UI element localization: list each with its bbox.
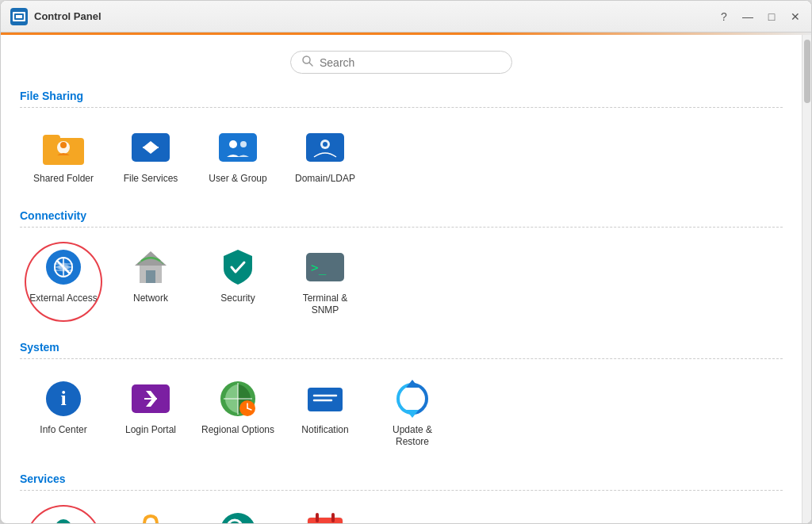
- item-external-access[interactable]: External Access: [20, 239, 107, 325]
- titlebar-left: Control Panel: [10, 8, 102, 25]
- shared-folder-icon: [43, 127, 84, 168]
- svg-rect-56: [308, 518, 343, 523]
- svg-text:i: i: [60, 387, 66, 410]
- shared-folder-label: Shared Folder: [33, 173, 94, 186]
- domain-ldap-label: Domain/LDAP: [295, 173, 355, 186]
- svg-text:>_: >_: [311, 260, 327, 275]
- regional-options-icon: [217, 378, 259, 419]
- window-title: Control Panel: [34, 10, 102, 22]
- titlebar-controls: ? — □ ✕: [718, 10, 802, 23]
- content-wrapper: File Sharing Shar: [1, 35, 811, 523]
- file-services-label: File Services: [124, 173, 178, 186]
- indexing-service-icon: [217, 510, 259, 523]
- item-login-portal[interactable]: Login Portal: [107, 370, 194, 457]
- item-shared-folder[interactable]: Shared Folder: [20, 119, 107, 193]
- svg-point-9: [60, 142, 67, 148]
- svg-point-47: [56, 519, 71, 523]
- section-title-system: System: [20, 341, 783, 354]
- divider-services: [20, 490, 783, 491]
- scrollbar-thumb[interactable]: [804, 40, 810, 103]
- item-indexing-service[interactable]: Indexing Service: [194, 502, 282, 523]
- item-file-services[interactable]: File Services: [107, 119, 194, 193]
- terminal-snmp-icon: >_: [304, 247, 346, 288]
- domain-ldap-icon: [304, 127, 346, 168]
- app-icon: [10, 8, 28, 25]
- notification-label: Notification: [301, 424, 348, 437]
- task-scheduler-icon: [304, 510, 346, 523]
- item-application-privileges[interactable]: Application Privileges: [107, 502, 194, 523]
- info-center-icon: i: [43, 378, 84, 419]
- external-access-icon: [43, 247, 84, 288]
- search-icon: [302, 55, 313, 69]
- section-title-services: Services: [20, 472, 783, 485]
- item-update-restore[interactable]: Update & Restore: [369, 370, 456, 457]
- divider-connectivity: [20, 227, 783, 228]
- icon-grid-system: i Info Center Logi: [20, 370, 783, 457]
- search-input[interactable]: [320, 56, 500, 69]
- item-domain-ldap[interactable]: Domain/LDAP: [282, 119, 369, 193]
- section-title-file-sharing: File Sharing: [20, 90, 783, 102]
- section-services: Services Synology: [20, 472, 783, 523]
- login-portal-icon: [130, 378, 171, 419]
- section-connectivity: Connectivity: [20, 209, 783, 325]
- svg-line-5: [309, 63, 312, 66]
- svg-rect-7: [43, 135, 60, 146]
- search-bar: [20, 51, 783, 74]
- info-center-label: Info Center: [40, 424, 86, 437]
- network-label: Network: [133, 293, 168, 305]
- divider-file-sharing: [20, 107, 783, 108]
- item-regional-options[interactable]: Regional Options: [194, 370, 282, 457]
- minimize-button[interactable]: —: [741, 10, 754, 23]
- section-title-connectivity: Connectivity: [20, 209, 783, 222]
- icon-grid-file-sharing: Shared Folder File Services: [20, 119, 783, 193]
- external-access-label: External Access: [29, 293, 97, 305]
- svg-point-14: [229, 140, 237, 148]
- icon-grid-services: Synology Account Applica: [20, 502, 783, 523]
- svg-rect-3: [16, 15, 22, 18]
- divider-system: [20, 358, 783, 359]
- section-system: System i Info Center: [20, 341, 783, 457]
- security-icon: [217, 247, 259, 288]
- network-icon: [130, 247, 171, 288]
- svg-point-15: [240, 141, 247, 147]
- user-group-icon: [217, 127, 259, 168]
- synology-account-icon: [43, 510, 84, 523]
- svg-point-18: [323, 142, 327, 147]
- item-info-center[interactable]: i Info Center: [20, 370, 107, 457]
- item-task-scheduler[interactable]: Task Scheduler: [282, 502, 369, 523]
- maximize-button[interactable]: □: [765, 10, 778, 23]
- notification-icon: [304, 378, 346, 419]
- main-content: File Sharing Shar: [1, 35, 802, 523]
- item-network[interactable]: Network: [107, 239, 194, 325]
- item-terminal-snmp[interactable]: >_ Terminal & SNMP: [282, 239, 369, 325]
- regional-options-label: Regional Options: [201, 424, 274, 437]
- titlebar: Control Panel ? — □ ✕: [1, 1, 811, 33]
- svg-rect-58: [331, 513, 335, 522]
- update-restore-label: Update & Restore: [375, 424, 450, 449]
- close-button[interactable]: ✕: [789, 10, 802, 23]
- icon-grid-connectivity: External Access: [20, 239, 783, 325]
- item-user-group[interactable]: User & Group: [194, 119, 282, 193]
- login-portal-label: Login Portal: [125, 424, 176, 437]
- control-panel-window: Control Panel ? — □ ✕: [0, 0, 812, 524]
- item-synology-account[interactable]: Synology Account: [20, 502, 107, 523]
- search-input-wrap[interactable]: [290, 51, 512, 74]
- update-restore-icon: [392, 378, 433, 419]
- help-button[interactable]: ?: [718, 10, 730, 23]
- svg-rect-57: [316, 513, 319, 522]
- item-notification[interactable]: Notification: [282, 370, 369, 457]
- scrollbar[interactable]: [802, 35, 811, 523]
- terminal-snmp-label: Terminal & SNMP: [288, 293, 362, 317]
- file-services-icon: [130, 127, 171, 168]
- application-privileges-icon: [130, 510, 171, 523]
- svg-rect-13: [219, 133, 257, 162]
- security-label: Security: [220, 293, 255, 305]
- section-file-sharing: File Sharing Shar: [20, 90, 783, 193]
- svg-rect-27: [146, 270, 155, 283]
- user-group-label: User & Group: [209, 173, 266, 186]
- item-security[interactable]: Security: [194, 239, 282, 325]
